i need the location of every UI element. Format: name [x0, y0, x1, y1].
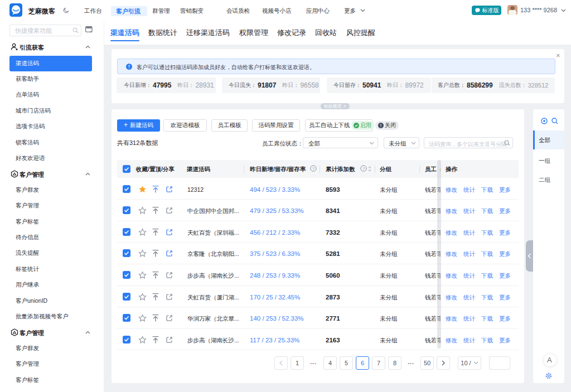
svg-text:?: ? [312, 166, 314, 171]
svg-text:?: ? [362, 166, 365, 171]
